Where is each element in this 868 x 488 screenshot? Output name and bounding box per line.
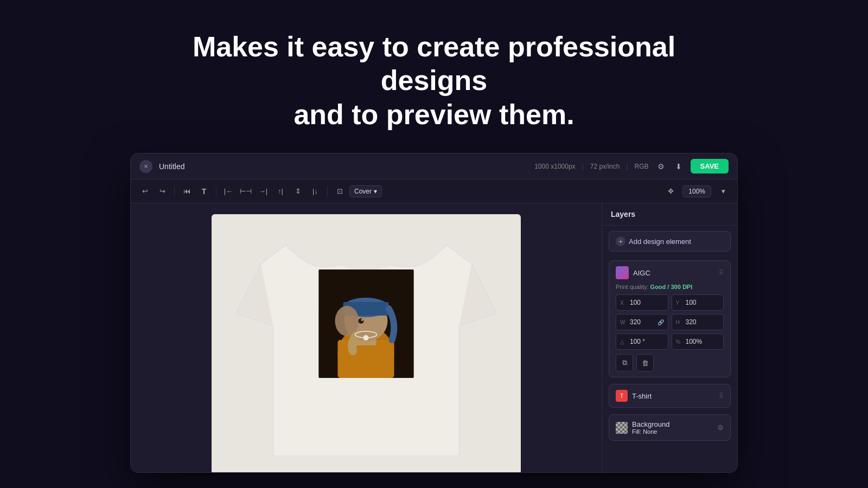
- document-title: Untitled: [159, 162, 184, 171]
- tshirt-layer-thumbnail: T: [616, 390, 628, 402]
- title-bar-info: 1000 x1000px | 72 px/inch | RGB ⚙ ⬇ SAVE: [534, 159, 729, 174]
- h-label: H: [676, 319, 684, 325]
- background-settings-button[interactable]: ⚙: [717, 423, 724, 432]
- y-value: 100: [686, 299, 720, 306]
- sep2: |: [626, 163, 628, 170]
- svg-point-8: [335, 306, 359, 336]
- toolbar: ↩ ↪ ⏮ T |← ⊢⊣ →| ↑| ⇕ |↓ ⊡ Cover ▾ ✥ 100…: [131, 179, 737, 203]
- svg-point-10: [361, 319, 363, 321]
- resolution-label: 1000 x1000px: [534, 163, 575, 170]
- add-design-label: Add design element: [629, 237, 691, 246]
- h-value: 320: [686, 318, 720, 326]
- crop-button[interactable]: ⊡: [332, 184, 347, 199]
- add-design-element-button[interactable]: + Add design element: [609, 231, 731, 252]
- skip-start-button[interactable]: ⏮: [179, 184, 194, 199]
- opacity-field[interactable]: % 100%: [672, 333, 724, 350]
- background-layer-info: Background Fill: None: [632, 420, 713, 435]
- tshirt-layer-header: T T-shirt ⠿: [616, 390, 724, 402]
- background-layer-name: Background: [632, 420, 713, 428]
- delete-button[interactable]: 🗑: [636, 354, 654, 371]
- svg-point-9: [359, 318, 364, 324]
- close-button[interactable]: ×: [139, 160, 152, 173]
- canvas-area[interactable]: [131, 203, 602, 472]
- background-layer-thumbnail: [616, 422, 628, 434]
- plus-icon: +: [616, 236, 626, 246]
- undo-button[interactable]: ↩: [137, 184, 152, 199]
- x-value: 100: [630, 299, 664, 306]
- elephant-painting: [319, 269, 414, 378]
- svg-point-12: [363, 335, 369, 341]
- print-quality-label: Print quality: Good / 300 DPI: [616, 284, 724, 290]
- x-field[interactable]: X 100: [616, 294, 668, 311]
- align-top-button[interactable]: ↑|: [273, 184, 288, 199]
- w-value: 320: [630, 318, 655, 326]
- aigc-properties-grid: X 100 Y 100 W 320 🔗 H 320: [616, 294, 724, 350]
- angle-value: 100 °: [630, 338, 664, 345]
- angle-label: △: [620, 339, 628, 345]
- toolbar-divider-2: [216, 186, 216, 197]
- align-center-h-button[interactable]: ⊢⊣: [238, 184, 253, 199]
- right-panel: Layers + Add design element AIGC ⠿ Print…: [602, 203, 737, 472]
- save-button[interactable]: SAVE: [691, 159, 729, 174]
- svg-point-0: [332, 243, 400, 270]
- cover-label: Cover: [354, 188, 372, 195]
- align-left-button[interactable]: |←: [221, 184, 236, 199]
- tshirt-mockup: [212, 214, 521, 472]
- toolbar-divider-1: [174, 186, 175, 197]
- align-bottom-button[interactable]: |↓: [308, 184, 323, 199]
- y-label: Y: [676, 300, 684, 306]
- app-window: × Untitled 1000 x1000px | 72 px/inch | R…: [130, 153, 738, 473]
- toolbar-divider-3: [327, 186, 328, 197]
- zoom-control: ✥ 100% ▾: [663, 184, 731, 199]
- download-icon[interactable]: ⬇: [673, 160, 684, 173]
- angle-field[interactable]: △ 100 °: [616, 333, 668, 350]
- opacity-value: 100%: [686, 338, 720, 345]
- y-field[interactable]: Y 100: [672, 294, 724, 311]
- title-bar: × Untitled 1000 x1000px | 72 px/inch | R…: [131, 153, 737, 179]
- align-center-v-button[interactable]: ⇕: [290, 184, 305, 199]
- redo-button[interactable]: ↪: [155, 184, 170, 199]
- settings-icon[interactable]: ⚙: [655, 160, 667, 173]
- background-layer-header: Background Fill: None ⚙: [616, 420, 724, 435]
- layers-panel-header: Layers: [602, 203, 737, 226]
- zoom-chevron-icon[interactable]: ▾: [716, 184, 731, 199]
- design-overlay: [319, 269, 414, 378]
- print-quality-value: Good / 300 DPI: [650, 284, 693, 290]
- background-layer-item[interactable]: Background Fill: None ⚙: [609, 414, 731, 441]
- svg-rect-3: [338, 340, 394, 378]
- fill-value: None: [643, 428, 657, 435]
- hero-headline: Makes it easy to create professional des…: [136, 30, 732, 131]
- main-area: Layers + Add design element AIGC ⠿ Print…: [131, 203, 737, 472]
- cover-select[interactable]: Cover ▾: [349, 185, 382, 197]
- cover-chevron-icon: ▾: [374, 188, 377, 195]
- tshirt-layer-name: T-shirt: [632, 392, 714, 400]
- aigc-drag-icon[interactable]: ⠿: [719, 269, 724, 277]
- w-field[interactable]: W 320 🔗: [616, 314, 668, 330]
- background-layer-fill: Fill: None: [632, 428, 713, 435]
- dpi-label: 72 px/inch: [590, 163, 620, 170]
- aigc-layer-name: AIGC: [633, 269, 714, 277]
- x-label: X: [620, 300, 628, 306]
- aigc-action-buttons: ⧉ 🗑: [616, 354, 724, 371]
- lock-icon: 🔗: [658, 319, 664, 325]
- cursor-button[interactable]: ✥: [663, 184, 678, 199]
- copy-button[interactable]: ⧉: [616, 354, 633, 371]
- color-mode-label: RGB: [635, 163, 649, 170]
- sep1: |: [582, 163, 584, 170]
- tshirt-layer-item[interactable]: T T-shirt ⠿: [609, 384, 731, 408]
- w-label: W: [620, 319, 628, 325]
- aigc-layer-item[interactable]: AIGC ⠿ Print quality: Good / 300 DPI X 1…: [609, 260, 731, 377]
- h-field[interactable]: H 320: [672, 314, 724, 330]
- text-tool-button[interactable]: T: [196, 184, 212, 199]
- align-right-button[interactable]: →|: [256, 184, 271, 199]
- tshirt-drag-icon[interactable]: ⠿: [719, 392, 724, 400]
- zoom-display: 100%: [682, 185, 711, 197]
- aigc-layer-header: AIGC ⠿: [616, 266, 724, 279]
- aigc-layer-thumbnail: [616, 266, 629, 279]
- opacity-label: %: [676, 339, 684, 345]
